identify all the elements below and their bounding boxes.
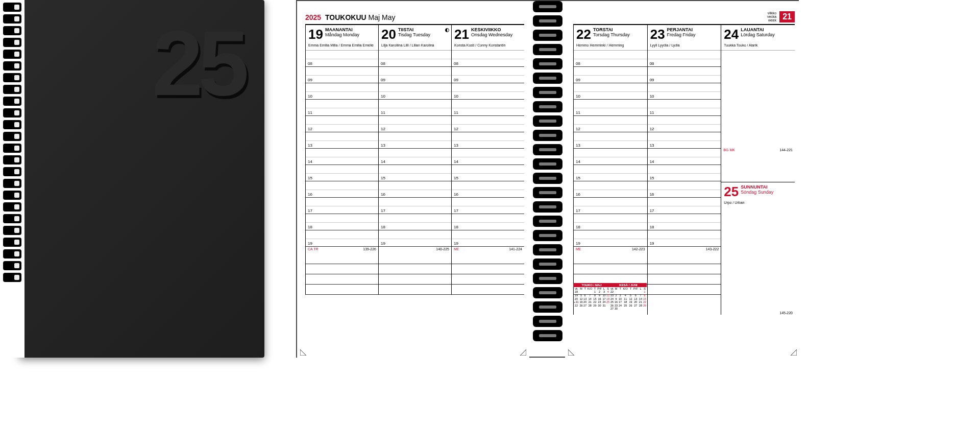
day-name: TIISTAITisdag Tuesday [398,28,430,38]
day-index: 145-220 [779,311,793,315]
hour-label: 11 [308,110,312,115]
hour-label: 19 [454,241,458,246]
hour-label: 09 [381,78,385,82]
name-day: Lilja Karoliina Lilli / Lilian Karolina [381,43,449,47]
day-index: 141-224 [509,247,522,251]
day-number: 19 [308,27,323,42]
day-name: SUNNUNTAISöndag Sunday [741,185,773,195]
day-foot-code: ME [576,247,581,251]
hour-label: 12 [454,127,458,131]
left-day-columns: 19MAANANTAIMåndag MondayEmma Emilia Mill… [305,24,524,295]
hour-label: 14 [576,159,580,164]
cover: 25 [0,0,271,358]
day-name: MAANANTAIMåndag Monday [325,28,359,38]
day-name: TORSTAITorsdag Thursday [593,28,630,38]
day-number: 20 [381,27,396,42]
hour-label: 19 [576,241,580,246]
hour-label: 09 [308,78,312,82]
spread-spiral-binding [533,1,562,359]
hour-label: 18 [308,225,312,229]
hour-label: 15 [381,176,385,180]
hour-label: 19 [650,241,654,246]
right-day-columns: 22TORSTAITorsdag ThursdayHemmo Hemminki … [573,24,795,315]
day-column: 19MAANANTAIMåndag MondayEmma Emilia Mill… [305,24,378,295]
hour-label: 11 [381,110,385,115]
hour-label: 17 [650,208,654,213]
header-month-main: TOUKOKUU [325,13,366,21]
hour-label: 08 [454,61,458,66]
day-index: 142-223 [632,247,645,251]
hour-label: 12 [381,127,385,131]
hour-label: 18 [381,225,385,229]
planner-spread: 2025 TOUKOKUU Maj May 19MAANANTAIMåndag … [296,0,799,358]
hour-label: 10 [308,94,312,99]
hour-label: 08 [576,61,580,66]
cover-year: 25 [152,10,244,116]
week-badge: viikko vecka week 21 [767,11,795,22]
hour-label: 17 [308,208,312,213]
day-number: 25 [724,184,739,200]
hour-label: 15 [576,176,580,180]
day-column: 20TIISTAITisdag TuesdayLilja Karoliina L… [378,24,451,295]
day-index: 139-226 [363,247,376,251]
hour-label: 16 [454,192,458,197]
hour-label: 15 [650,176,654,180]
day-column: 22TORSTAITorsdag ThursdayHemmo Hemminki … [573,24,647,315]
page-header: 2025 TOUKOKUU Maj May [305,13,395,21]
day-number: 21 [454,27,469,42]
cover-front: 25 [19,0,264,358]
hour-label: 12 [650,127,654,131]
day-index: 140-225 [436,247,449,251]
hour-label: 08 [381,61,385,66]
planner-mockup: 25 2025 TOUKOKUU Maj May 19MAANANTAIMånd… [0,0,980,446]
hour-label: 18 [650,225,654,229]
hour-label: 18 [454,225,458,229]
hour-label: 15 [308,176,312,180]
hour-label: 10 [576,94,580,99]
name-day: Konsta Kosti / Conny Konstantin [454,43,522,47]
day-number: 23 [650,27,665,42]
day-foot-code: BG MK [723,148,735,152]
corner-mark-icon [568,346,577,356]
corner-mark-icon [300,346,309,356]
hour-label: 11 [576,110,580,115]
hour-label: 14 [650,159,654,164]
name-day: Tuukka Touko / Alarik [724,43,792,47]
hour-label: 18 [576,225,580,229]
hour-label: 13 [650,143,654,148]
day-column: 21KESKIVIIKKOOnsdag WednesdayKonsta Kost… [451,24,524,295]
hour-label: 09 [454,78,458,82]
day-foot-code: CA TR [308,247,318,251]
hour-label: 13 [576,143,580,148]
moon-phase-icon [445,28,449,32]
hour-label: 09 [650,78,654,82]
day-name: PERJANTAIFredag Friday [667,28,696,38]
weekend-column: 24LAUANTAILördag SaturdayTuukka Touko / … [721,24,795,315]
page-right: viikko vecka week 21 22TORSTAITorsdag Th… [565,1,800,359]
hour-label: 12 [576,127,580,131]
name-day: Urpo / Urban [724,201,792,204]
hour-label: 09 [576,78,580,82]
name-day: Emma Emilia Milla / Emma Emilia Emelie [308,43,376,47]
mini-calendar: TOUKO / MAJvkMTK/OTP/FLS1812341956789101… [573,283,610,311]
day-index: 143-222 [706,247,719,251]
hour-label: 13 [381,143,385,148]
hour-label: 16 [650,192,654,197]
day-number: 22 [576,27,591,42]
day-name: LAUANTAILördag Saturday [741,28,775,38]
hour-label: 08 [650,61,654,66]
hour-label: 16 [576,192,580,197]
mini-calendar-title: KESÄ / JUNI [610,283,647,287]
cover-spiral-binding [0,0,24,358]
name-day: Lyyli Lyydia / Lydia [650,43,719,47]
header-year: 2025 [305,13,321,21]
mini-calendar-title: TOUKO / MAJ [573,283,610,287]
hour-label: 19 [308,241,312,246]
hour-label: 10 [650,94,654,99]
day-name: KESKIVIIKKOOnsdag Wednesday [471,28,512,38]
corner-mark-icon [517,346,526,356]
hour-label: 14 [381,159,385,164]
day-column: 23PERJANTAIFredag FridayLyyli Lyydia / L… [647,24,721,315]
hour-label: 11 [454,110,458,115]
header-month-alt: Maj May [369,13,396,21]
